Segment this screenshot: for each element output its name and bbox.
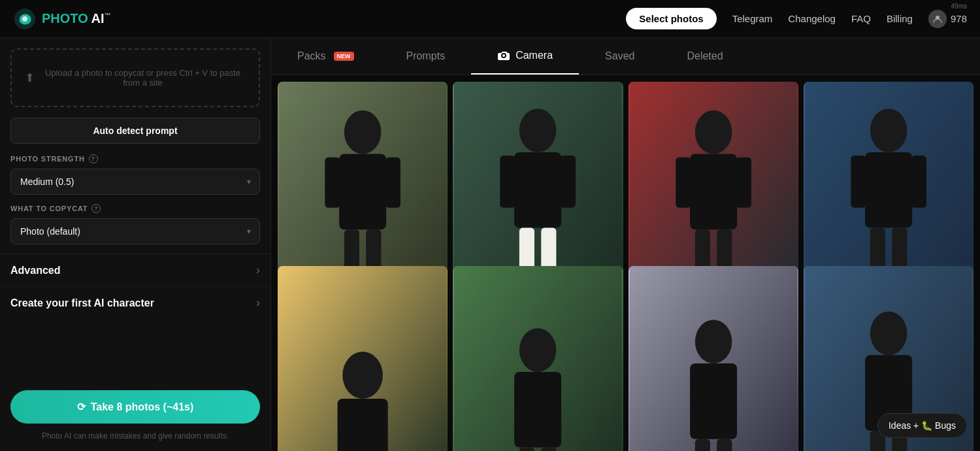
telegram-link[interactable]: Telegram [732, 13, 773, 24]
svg-point-1 [22, 16, 27, 22]
take-photos-button[interactable]: ⟳ Take 8 photos (~41s) [10, 390, 260, 424]
copycat-label: WHAT TO COPYCAT ? [10, 204, 260, 213]
tab-packs[interactable]: Packs NEW [271, 38, 380, 75]
tabs-bar: Packs NEW Prompts Camera Saved Deleted [271, 38, 980, 75]
svg-point-35 [519, 328, 557, 372]
logo: PHOTO AI™ [13, 7, 111, 31]
disclaimer-text: Photo AI can make mistakes and give rand… [0, 426, 270, 451]
svg-point-40 [694, 320, 732, 363]
svg-rect-29 [851, 156, 866, 208]
photo-strength-section: PHOTO STRENGTH ? Medium (0.5) Low (0.25)… [0, 154, 270, 195]
photo-strength-help-icon[interactable]: ? [89, 154, 98, 163]
advanced-label: Advanced [10, 265, 60, 276]
tab-prompts[interactable]: Prompts [380, 38, 472, 75]
main-layout: ⬆ Upload a photo to copycat or press Ctr… [0, 38, 980, 451]
svg-rect-8 [325, 158, 340, 208]
person-silhouette [629, 266, 798, 452]
upload-icon: ⬆ [25, 71, 35, 85]
photo-grid: AI Chris 🇺🇸 · 10m ago, took 0.9m AI Chri… [271, 75, 980, 451]
logo-text: PHOTO AI™ [42, 11, 111, 26]
tab-packs-label: Packs [297, 50, 326, 62]
tab-deleted-label: Deleted [687, 50, 723, 62]
select-photos-button[interactable]: Select photos [626, 8, 716, 29]
svg-rect-23 [736, 158, 751, 208]
person-silhouette [278, 266, 448, 452]
nav-right: Select photos Telegram Changelog FAQ Bil… [626, 8, 967, 29]
svg-rect-36 [514, 371, 561, 447]
svg-point-45 [870, 311, 907, 355]
camera-icon [497, 49, 510, 62]
photo-card[interactable] [629, 266, 798, 452]
tab-prompts-label: Prompts [406, 50, 446, 62]
svg-point-32 [342, 352, 383, 399]
svg-rect-37 [519, 447, 534, 451]
svg-rect-12 [514, 152, 561, 228]
avatar [928, 10, 947, 28]
svg-rect-16 [561, 156, 576, 208]
svg-rect-42 [694, 439, 710, 451]
svg-rect-30 [911, 156, 926, 208]
tab-saved[interactable]: Saved [579, 38, 661, 75]
copycat-help-icon[interactable]: ? [91, 204, 101, 213]
auto-detect-button[interactable]: Auto detect prompt [10, 118, 260, 144]
svg-point-18 [694, 110, 732, 154]
advanced-section[interactable]: Advanced › [0, 254, 270, 286]
photo-card[interactable] [453, 266, 623, 452]
faq-link[interactable]: FAQ [851, 13, 871, 24]
timer-label: 49ms [951, 3, 967, 10]
copycat-select-wrapper: Photo (default) Style Composition ▾ [10, 218, 260, 244]
photo-strength-select-wrapper: Medium (0.5) Low (0.25) High (0.75) ▾ [10, 169, 260, 195]
sidebar: ⬆ Upload a photo to copycat or press Ctr… [0, 38, 271, 451]
upload-text: Upload a photo to copycat or press Ctrl … [40, 68, 246, 88]
tab-deleted[interactable]: Deleted [661, 38, 749, 75]
photo-strength-select[interactable]: Medium (0.5) Low (0.25) High (0.75) [10, 169, 260, 195]
create-character-label: Create your first AI character [10, 297, 154, 309]
ideas-bugs-button[interactable]: Ideas + 🐛 Bugs [877, 413, 967, 438]
tab-saved-label: Saved [605, 50, 634, 62]
svg-rect-9 [385, 158, 400, 208]
tab-camera-label: Camera [515, 50, 553, 61]
svg-point-4 [344, 110, 382, 154]
user-badge[interactable]: 978 [928, 10, 967, 28]
person-silhouette [453, 266, 623, 452]
svg-rect-41 [690, 363, 737, 439]
svg-rect-15 [500, 156, 515, 208]
svg-rect-22 [676, 158, 691, 208]
top-nav: PHOTO AI™ Select photos Telegram Changel… [0, 0, 980, 38]
ideas-label: Ideas + 🐛 Bugs [889, 420, 956, 431]
upload-area[interactable]: ⬆ Upload a photo to copycat or press Ctr… [10, 48, 260, 107]
changelog-link[interactable]: Changelog [788, 13, 836, 24]
svg-rect-26 [865, 152, 912, 228]
user-credits: 978 [951, 13, 967, 24]
svg-rect-33 [338, 399, 388, 451]
tab-packs-badge: NEW [334, 52, 354, 61]
svg-rect-19 [690, 154, 737, 230]
copycat-select[interactable]: Photo (default) Style Composition [10, 218, 260, 244]
billing-link[interactable]: Billing [887, 13, 913, 24]
advanced-chevron-icon: › [256, 263, 260, 277]
logo-icon [13, 7, 37, 31]
create-character-chevron-icon: › [256, 296, 260, 310]
svg-point-11 [519, 109, 557, 152]
svg-rect-5 [339, 154, 386, 230]
svg-rect-43 [717, 439, 732, 451]
photo-card[interactable] [278, 266, 448, 452]
take-photos-label: Take 8 photos (~41s) [91, 401, 194, 413]
tab-camera[interactable]: Camera [471, 38, 579, 75]
photo-strength-label: PHOTO STRENGTH ? [10, 154, 260, 163]
copycat-section: WHAT TO COPYCAT ? Photo (default) Style … [0, 204, 270, 244]
take-photos-icon: ⟳ [77, 401, 86, 413]
svg-point-25 [870, 109, 907, 152]
content-area: Packs NEW Prompts Camera Saved Deleted [271, 38, 980, 451]
svg-rect-38 [542, 447, 557, 451]
create-character-section[interactable]: Create your first AI character › [0, 286, 270, 319]
